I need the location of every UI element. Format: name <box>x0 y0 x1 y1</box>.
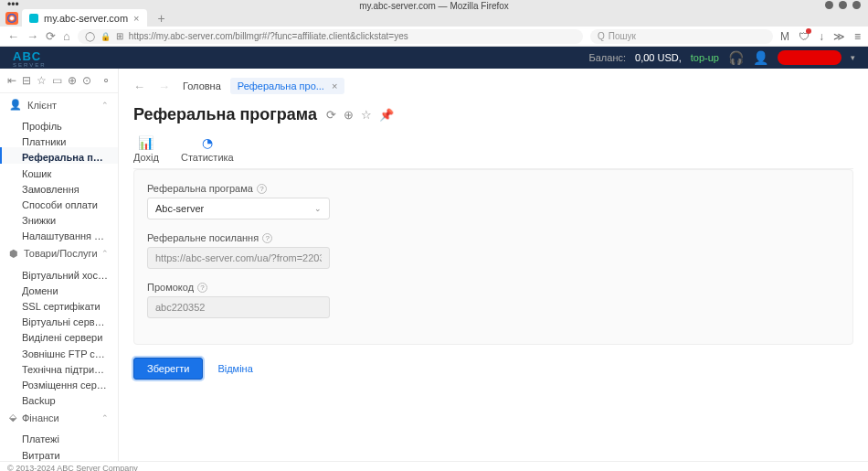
filter-icon[interactable]: ⚬ <box>101 74 111 87</box>
breadcrumb: ← → Головна Реферальна про... × <box>133 78 853 94</box>
chevron-up-icon: ⌃ <box>101 413 109 423</box>
sidebar-item-orders[interactable]: Замовлення <box>0 179 118 195</box>
chevron-down-icon[interactable]: ▾ <box>851 53 855 62</box>
collapse-icon[interactable]: ⇤ <box>7 74 16 87</box>
bell-icon[interactable]: 🛡 <box>799 30 810 43</box>
tab-close-icon[interactable]: × <box>133 13 139 24</box>
star-icon[interactable]: ☆ <box>37 74 47 87</box>
sidebar-item-user-settings[interactable]: Налаштування користув... <box>0 226 118 241</box>
lock-icon: 🔒 <box>101 32 111 41</box>
forward-button[interactable]: → <box>26 29 38 43</box>
home-button[interactable]: ⌂ <box>63 29 70 43</box>
help-icon[interactable]: ? <box>262 233 272 243</box>
box-icon: ⬢ <box>9 248 18 260</box>
os-menu-dots[interactable]: ••• <box>7 0 19 11</box>
cancel-link[interactable]: Відміна <box>217 363 252 374</box>
download-icon[interactable]: ↓ <box>819 30 824 43</box>
url-text: https://my.abc-server.com/billmgr#/?func… <box>129 31 408 41</box>
refresh-icon[interactable]: ⟳ <box>326 108 336 122</box>
sidebar-item-referral[interactable]: Реферальна програма <box>0 147 118 163</box>
subtab-income[interactable]: 📊 Дохід <box>133 135 159 168</box>
sidebar-item-expenses[interactable]: Витрати <box>0 445 118 461</box>
hamburger-icon[interactable]: ≡ <box>854 30 861 43</box>
sidebar-item-colocation[interactable]: Розміщення сервера (Co... <box>0 375 118 391</box>
promo-label: Промокод ? <box>147 282 840 293</box>
person-icon: 👤 <box>9 99 22 111</box>
firefox-icon <box>5 12 18 25</box>
sidebar-section-client[interactable]: 👤Клієнт ⌃ <box>0 93 118 116</box>
browser-tab[interactable]: my.abc-server.com × <box>22 9 147 27</box>
window-control-min[interactable] <box>825 1 833 9</box>
logo[interactable]: ABC SERVER <box>13 49 47 67</box>
reload-button[interactable]: ⟳ <box>46 29 56 43</box>
sidebar-item-profile[interactable]: Профіль <box>0 116 118 132</box>
search-input[interactable]: Q Пошук <box>590 29 773 44</box>
browser-url-bar: ← → ⟳ ⌂ ◯ 🔒 ⊞ https://my.abc-server.com/… <box>0 27 868 47</box>
shield-icon: ◯ <box>85 31 95 41</box>
window-title: my.abc-server.com — Mozilla Firefox <box>359 1 509 11</box>
breadcrumb-home[interactable]: Головна <box>183 80 221 91</box>
chevron-down-icon: ⌄ <box>314 204 322 213</box>
topup-link[interactable]: top-up <box>691 52 719 63</box>
footer: © 2013-2024 ABC Server Company <box>0 461 868 471</box>
window-control-close[interactable] <box>852 1 861 9</box>
app-header: ABC SERVER Баланс: 0,00 USD, top-up 🎧 👤 … <box>0 47 868 69</box>
overflow-menu-icon[interactable]: ≫ <box>833 30 845 43</box>
window-control-max[interactable] <box>839 1 847 9</box>
sidebar-item-discounts[interactable]: Знижки <box>0 210 118 226</box>
user-badge[interactable] <box>778 50 842 65</box>
globe-icon[interactable]: ⊕ <box>344 108 354 122</box>
new-tab-button[interactable]: + <box>158 11 165 26</box>
breadcrumb-tab-referral[interactable]: Реферальна про... × <box>230 78 345 94</box>
pie-icon: ◔ <box>202 135 213 150</box>
sidebar-item-ssl[interactable]: SSL сертифікати <box>0 296 118 312</box>
nav-icon[interactable]: ⊟ <box>22 74 31 87</box>
referral-link-input[interactable] <box>147 247 330 269</box>
sidebar-item-payment-methods[interactable]: Способи оплати <box>0 195 118 210</box>
save-button[interactable]: Зберегти <box>133 358 203 380</box>
link-label: Реферальне посилання ? <box>147 232 840 243</box>
sidebar-item-cart[interactable]: Кошик <box>0 164 118 179</box>
user-icon[interactable]: 👤 <box>753 50 768 65</box>
search-placeholder: Пошук <box>609 31 636 41</box>
sidebar-item-hosting[interactable]: Віртуальний хостинг <box>0 265 118 281</box>
url-input[interactable]: ◯ 🔒 ⊞ https://my.abc-server.com/billmgr#… <box>78 29 583 44</box>
star-action-icon[interactable]: ☆ <box>361 108 372 122</box>
breadcrumb-tab-close-icon[interactable]: × <box>332 80 337 91</box>
sidebar-item-backup[interactable]: Backup <box>0 391 118 406</box>
sidebar-item-vps[interactable]: Віртуальні сервери <box>0 312 118 327</box>
subtab-statistics[interactable]: ◔ Статистика <box>181 135 234 168</box>
sidebar-item-payments[interactable]: Платежі <box>0 429 118 444</box>
balance-value: 0,00 USD, <box>635 52 682 63</box>
help-icon[interactable]: ? <box>257 184 267 194</box>
sidebar-toolbar: ⇤ ⊟ ☆ ▭ ⊕ ⊙ ⚬ <box>0 69 118 93</box>
program-select[interactable]: Abc-server ⌄ <box>147 198 330 219</box>
chevron-up-icon: ⌃ <box>101 101 109 110</box>
browser-tab-bar: my.abc-server.com × + <box>0 9 868 27</box>
promo-code-input[interactable] <box>147 296 330 318</box>
folder-icon[interactable]: ▭ <box>52 74 62 87</box>
sidebar-section-products[interactable]: ⬢Товари/Послуги ⌃ <box>0 242 118 265</box>
sidebar-section-finance[interactable]: ⬙Фінанси ⌃ <box>0 406 118 429</box>
sidebar-item-support[interactable]: Технічна підтримка <box>0 359 118 375</box>
breadcrumb-forward-icon[interactable]: → <box>158 80 170 93</box>
sidebar-item-domains[interactable]: Домени <box>0 281 118 296</box>
help-icon[interactable]: ? <box>197 283 207 293</box>
chart-icon: 📊 <box>138 135 153 150</box>
wallet-icon: ⬙ <box>9 412 16 423</box>
breadcrumb-back-icon[interactable]: ← <box>133 80 145 93</box>
pin-icon[interactable]: 📌 <box>379 108 394 122</box>
tab-title: my.abc-server.com <box>44 13 128 24</box>
sidebar-item-dedicated[interactable]: Виділені сервери <box>0 327 118 343</box>
back-button[interactable]: ← <box>7 29 19 43</box>
search-icon[interactable]: ⊙ <box>82 74 91 87</box>
subtabs: 📊 Дохід ◔ Статистика <box>133 135 853 169</box>
gmail-icon[interactable]: M <box>780 30 789 43</box>
sidebar-item-ftp[interactable]: Зовнішнє FTP сховище <box>0 344 118 359</box>
tab-favicon <box>29 14 38 23</box>
os-title-bar: ••• my.abc-server.com — Mozilla Firefox <box>0 0 868 9</box>
support-icon[interactable]: 🎧 <box>728 50 744 65</box>
plus-icon[interactable]: ⊕ <box>68 74 77 87</box>
sidebar: ⇤ ⊟ ☆ ▭ ⊕ ⊙ ⚬ 👤Клієнт ⌃ Профіль Платники… <box>0 69 119 461</box>
sidebar-item-payers[interactable]: Платники <box>0 132 118 147</box>
